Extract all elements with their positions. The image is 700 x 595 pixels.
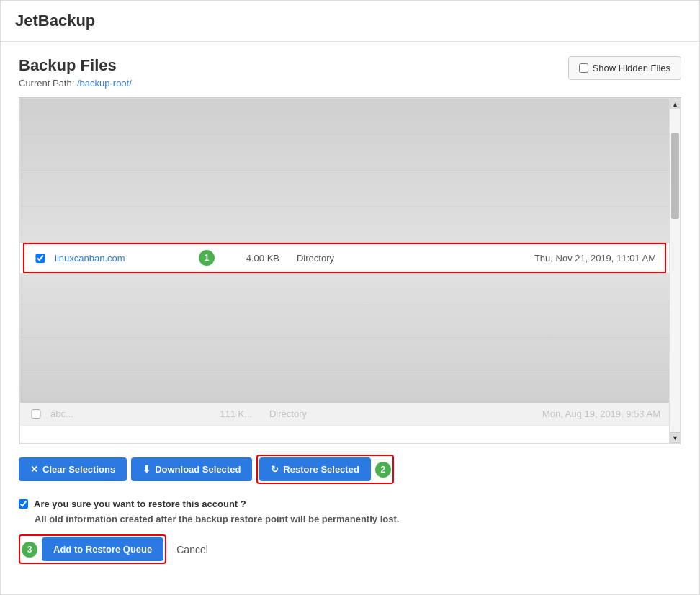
blurred-rows-bottom — [20, 273, 669, 403]
selected-row-inner: linuxcanban.com 1 4.00 KB Directory Thu,… — [24, 244, 665, 272]
show-hidden-checkbox[interactable] — [579, 63, 588, 73]
blurred-rows-top — [20, 99, 669, 243]
file-checkbox-partial[interactable] — [29, 409, 43, 419]
blur-row — [20, 370, 669, 403]
file-type: Directory — [279, 253, 351, 264]
restore-action-row: 3 Add to Restore Queue Cancel — [19, 534, 681, 564]
queue-badge: 3 — [22, 542, 37, 558]
file-selection-badge: 1 — [199, 250, 215, 266]
partial-file-size: 111 K... — [194, 408, 252, 419]
cancel-link[interactable]: Cancel — [176, 544, 208, 555]
add-to-queue-wrapper: 3 Add to Restore Queue — [19, 534, 166, 564]
scroll-up-arrow[interactable]: ▲ — [670, 99, 681, 109]
confirmation-section: Are you sure you want to restore this ac… — [19, 491, 681, 571]
current-path-link[interactable]: /backup-root/ — [77, 78, 132, 89]
scrollbar-thumb[interactable] — [671, 133, 679, 219]
blur-row — [20, 99, 669, 135]
file-size: 4.00 KB — [222, 253, 279, 264]
download-selected-button[interactable]: ⬇ Download Selected — [131, 457, 252, 481]
scroll-down-arrow[interactable]: ▼ — [670, 432, 681, 443]
restore-icon: ↻ — [271, 464, 279, 475]
clear-label: Clear Selections — [42, 464, 115, 475]
blur-row — [20, 273, 669, 305]
partial-file-date: Mon, Aug 19, 2019, 9:53 AM — [324, 408, 660, 419]
restore-selected-wrapper: ↻ Restore Selected 2 — [256, 455, 394, 484]
warning-prefix: All old information created after the — [35, 514, 195, 524]
action-bar: ✕ Clear Selections ⬇ Download Selected ↻… — [19, 444, 681, 491]
current-path-label: Current Path: — [19, 78, 74, 89]
download-icon: ⬇ — [143, 464, 151, 475]
file-name[interactable]: linuxcanban.com — [55, 253, 199, 264]
file-list: linuxcanban.com 1 4.00 KB Directory Thu,… — [20, 99, 669, 443]
partial-file-name: abc... — [50, 408, 194, 419]
restore-label: Restore Selected — [283, 464, 359, 475]
blur-row — [20, 338, 669, 370]
blur-row — [20, 207, 669, 243]
partial-file-type: Directory — [252, 408, 324, 419]
add-to-restore-queue-button[interactable]: Add to Restore Queue — [42, 537, 163, 561]
clear-selections-button[interactable]: ✕ Clear Selections — [19, 457, 127, 481]
file-date: Thu, Nov 21, 2019, 11:01 AM — [351, 253, 656, 264]
scrollbar[interactable]: ▲ ▼ — [669, 99, 680, 443]
add-queue-label: Add to Restore Queue — [53, 544, 152, 555]
file-checkbox[interactable] — [33, 254, 48, 263]
warning-bold: backup restore point — [195, 514, 288, 524]
show-hidden-label: Show Hidden Files — [593, 63, 670, 73]
file-browser: linuxcanban.com 1 4.00 KB Directory Thu,… — [19, 98, 681, 444]
page-title: Backup Files — [19, 56, 132, 75]
warning-suffix: will be permanently lost. — [288, 514, 400, 524]
current-path: Current Path: /backup-root/ — [19, 78, 132, 89]
blur-row — [20, 305, 669, 338]
bottom-partial-row: abc... 111 K... Directory Mon, Aug 19, 2… — [20, 403, 669, 426]
confirm-question: Are you sure you want to restore this ac… — [34, 498, 246, 509]
confirm-warning: All old information created after the ba… — [35, 514, 681, 524]
confirm-checkbox[interactable] — [19, 499, 28, 509]
clear-icon: ✕ — [30, 464, 38, 475]
selected-file-row[interactable]: linuxcanban.com 1 4.00 KB Directory Thu,… — [23, 243, 666, 273]
download-label: Download Selected — [155, 464, 241, 475]
blur-row — [20, 135, 669, 171]
app-title: JetBackup — [15, 12, 685, 30]
show-hidden-button[interactable]: Show Hidden Files — [568, 56, 681, 80]
blur-row — [20, 171, 669, 207]
confirm-checkbox-row: Are you sure you want to restore this ac… — [19, 498, 681, 509]
restore-selected-button[interactable]: ↻ Restore Selected — [259, 457, 371, 481]
restore-badge: 2 — [375, 462, 391, 478]
